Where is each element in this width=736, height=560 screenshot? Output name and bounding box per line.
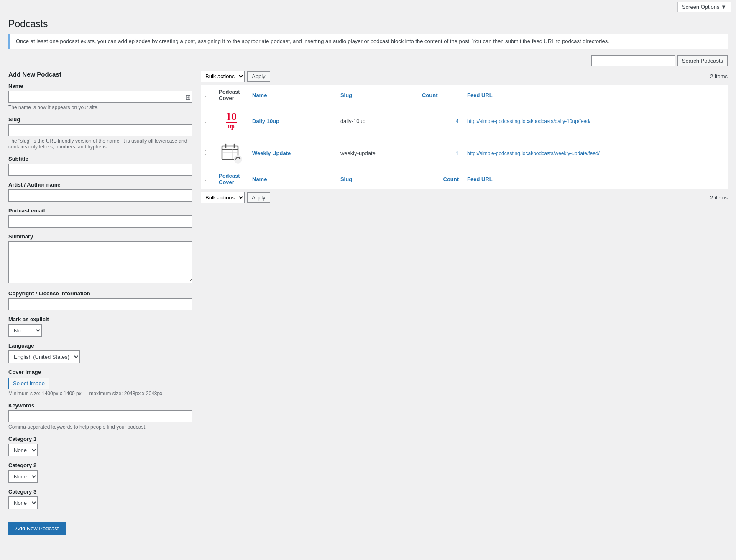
email-label: Podcast email: [8, 207, 192, 214]
name-hint: The name is how it appears on your site.: [8, 105, 192, 110]
table-row: Weekly Update weekly-update 1 http://sim…: [201, 137, 728, 169]
footer-select-all-checkbox[interactable]: [205, 176, 210, 181]
row1-name-link[interactable]: Daily 10up: [252, 118, 279, 124]
main-layout: Add New Podcast Name ⊞ The name is how i…: [8, 71, 728, 535]
header-feed-url: Feed URL: [463, 85, 728, 105]
items-count-top: 2 items: [710, 73, 728, 79]
copyright-input[interactable]: [8, 298, 192, 310]
email-field-group: Podcast email: [8, 207, 192, 228]
row2-feed-url-link[interactable]: http://simple-podcasting.local/podcasts/…: [467, 151, 600, 156]
name-field-group: Name ⊞ The name is how it appears on you…: [8, 83, 192, 110]
explicit-label: Mark as explicit: [8, 316, 192, 322]
header-podcast-cover: Podcast Cover: [215, 85, 248, 105]
apply-bottom-button[interactable]: Apply: [247, 192, 270, 203]
footer-slug-col[interactable]: Slug: [336, 169, 418, 189]
add-new-podcast-title: Add New Podcast: [8, 71, 192, 78]
summary-textarea[interactable]: [8, 241, 192, 283]
add-new-podcast-panel: Add New Podcast Name ⊞ The name is how i…: [8, 71, 192, 535]
select-all-checkbox[interactable]: [205, 92, 210, 97]
search-podcasts-button[interactable]: Search Podcasts: [677, 55, 728, 66]
keywords-input[interactable]: [8, 410, 192, 422]
artist-input[interactable]: [8, 189, 192, 202]
row2-checkbox[interactable]: [205, 150, 210, 155]
email-input[interactable]: [8, 215, 192, 228]
row2-name-cell: Weekly Update: [248, 137, 336, 169]
footer-cover-col: Podcast Cover: [215, 169, 248, 189]
items-count-bottom: 2 items: [710, 194, 728, 201]
summary-field-group: Summary: [8, 233, 192, 284]
row1-feed-url-link[interactable]: http://simple-podcasting.local/podcasts/…: [467, 118, 590, 124]
podcasts-table: Podcast Cover Name Slug Count Feed URL: [201, 85, 728, 189]
row2-feed-url-cell: http://simple-podcasting.local/podcasts/…: [463, 137, 728, 169]
language-field-group: Language English (United States): [8, 343, 192, 363]
artist-field-group: Artist / Author name: [8, 182, 192, 202]
language-label: Language: [8, 343, 192, 349]
table-header-row: Podcast Cover Name Slug Count Feed URL: [201, 85, 728, 105]
row2-count-link[interactable]: 1: [456, 150, 459, 156]
row1-checkbox[interactable]: [205, 118, 210, 123]
category2-label: Category 2: [8, 462, 192, 468]
row2-cover-cell: [215, 137, 248, 169]
artist-label: Artist / Author name: [8, 182, 192, 188]
svg-point-4: [234, 155, 242, 164]
page-title: Podcasts: [8, 18, 728, 30]
row1-slug-cell: daily-10up: [336, 105, 418, 137]
copyright-field-group: Copyright / License information: [8, 290, 192, 310]
subtitle-label: Subtitle: [8, 156, 192, 162]
apply-top-button[interactable]: Apply: [247, 71, 270, 82]
bulk-actions-top-row: Bulk actions Apply 2 items: [201, 71, 728, 82]
copyright-label: Copyright / License information: [8, 290, 192, 297]
category2-select[interactable]: None: [8, 470, 38, 483]
bulk-actions-bottom-select[interactable]: Bulk actions: [201, 192, 245, 203]
row1-cover-image: 10 up: [219, 108, 244, 133]
slug-label: Slug: [8, 116, 192, 123]
slug-input[interactable]: [8, 124, 192, 136]
category3-select[interactable]: None: [8, 496, 38, 509]
bulk-actions-top-select[interactable]: Bulk actions: [201, 71, 245, 82]
search-row: Search Podcasts: [8, 55, 728, 66]
slug-hint: The "slug" is the URL-friendly version o…: [8, 138, 192, 150]
footer-name-col[interactable]: Name: [248, 169, 336, 189]
screen-options-bar: Screen Options ▼: [0, 0, 736, 14]
keywords-label: Keywords: [8, 402, 192, 409]
table-row: 10 up Daily 10up daily-10up 4: [201, 105, 728, 137]
cover-image-hint: Minimum size: 1400px x 1400 px — maximum…: [8, 391, 192, 396]
cover-image-section: Cover image Select Image Minimum size: 1…: [8, 369, 192, 396]
add-new-podcast-button[interactable]: Add New Podcast: [8, 522, 66, 535]
header-slug[interactable]: Slug: [336, 85, 418, 105]
name-input[interactable]: [8, 91, 192, 103]
subtitle-field-group: Subtitle: [8, 156, 192, 176]
row1-cover-cell: 10 up: [215, 105, 248, 137]
row2-name-link[interactable]: Weekly Update: [252, 150, 291, 156]
explicit-field-group: Mark as explicit No Yes: [8, 316, 192, 337]
select-image-button[interactable]: Select Image: [8, 378, 49, 389]
category3-field-group: Category 3 None: [8, 488, 192, 509]
screen-options-button[interactable]: Screen Options ▼: [677, 2, 731, 12]
explicit-select[interactable]: No Yes: [8, 324, 42, 337]
category1-select[interactable]: None: [8, 444, 38, 456]
name-icon-button[interactable]: ⊞: [185, 93, 191, 101]
row1-checkbox-cell: [201, 105, 215, 137]
category1-field-group: Category 1 None: [8, 436, 192, 456]
row1-count-link[interactable]: 4: [456, 118, 459, 124]
row2-slug-cell: weekly-update: [336, 137, 418, 169]
bulk-actions-bottom-row: Bulk actions Apply 2 items: [201, 192, 728, 203]
category3-label: Category 3: [8, 488, 192, 495]
language-select[interactable]: English (United States): [8, 350, 80, 363]
footer-count-col[interactable]: Count: [418, 169, 463, 189]
header-count[interactable]: Count: [418, 85, 463, 105]
header-name[interactable]: Name: [248, 85, 336, 105]
row1-feed-url-cell: http://simple-podcasting.local/podcasts/…: [463, 105, 728, 137]
row1-count-cell: 4: [418, 105, 463, 137]
footer-feed-url-col: Feed URL: [463, 169, 728, 189]
name-label: Name: [8, 83, 192, 89]
notice-info: Once at least one podcast exists, you ca…: [8, 34, 728, 49]
search-input[interactable]: [591, 55, 675, 66]
keywords-field-group: Keywords Comma-separated keywords to hel…: [8, 402, 192, 430]
keywords-hint: Comma-separated keywords to help people …: [8, 424, 192, 430]
subtitle-input[interactable]: [8, 164, 192, 176]
notice-text: Once at least one podcast exists, you ca…: [16, 38, 722, 44]
category1-label: Category 1: [8, 436, 192, 442]
row2-count-cell: 1: [418, 137, 463, 169]
row2-checkbox-cell: [201, 137, 215, 169]
